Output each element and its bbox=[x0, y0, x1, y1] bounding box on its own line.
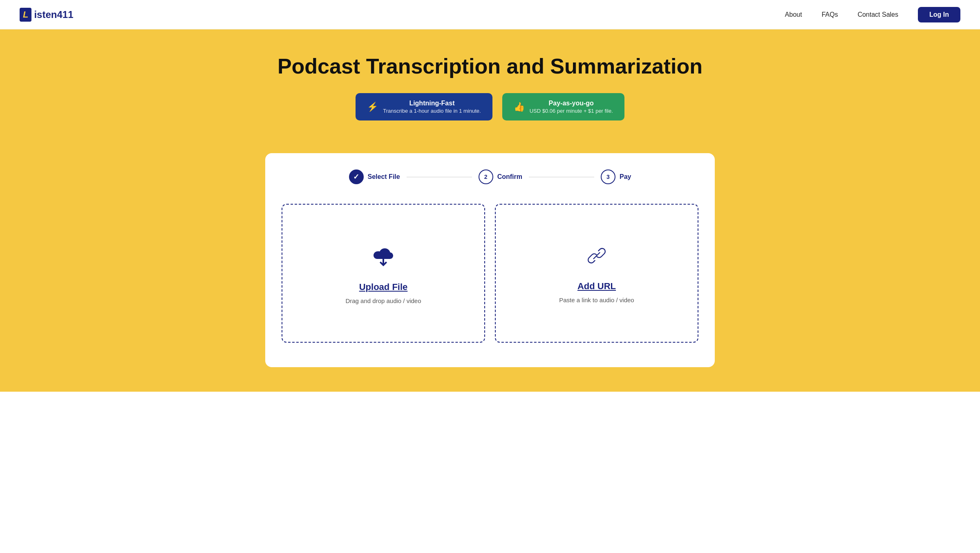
lightning-icon: ⚡ bbox=[367, 102, 378, 112]
step-label-pay: Pay bbox=[620, 173, 631, 181]
step-label-select-file: Select File bbox=[368, 173, 400, 181]
add-url-title: Add URL bbox=[577, 281, 616, 292]
step-line-2 bbox=[529, 177, 594, 177]
step-pay: 3 Pay bbox=[601, 169, 631, 184]
step-line-1 bbox=[407, 177, 472, 177]
badge-lightning-title: Lightning-Fast bbox=[383, 100, 481, 107]
main-card: ✓ Select File 2 Confirm 3 Pay bbox=[265, 153, 715, 367]
stepper: ✓ Select File 2 Confirm 3 Pay bbox=[282, 169, 698, 184]
navbar: L isten411 About FAQs Contact Sales Log … bbox=[0, 0, 980, 29]
upload-areas: Upload File Drag and drop audio / video … bbox=[282, 204, 698, 343]
step-circle-3: 3 bbox=[601, 169, 615, 184]
upload-file-area[interactable]: Upload File Drag and drop audio / video bbox=[282, 204, 485, 343]
main-content: ✓ Select File 2 Confirm 3 Pay bbox=[0, 153, 980, 392]
upload-cloud-icon bbox=[370, 243, 396, 274]
nav-link-faqs[interactable]: FAQs bbox=[821, 11, 838, 18]
badge-pay-subtitle: USD $0.06 per minute + $1 per file. bbox=[530, 108, 613, 114]
feature-badges: ⚡ Lightning-Fast Transcribe a 1-hour aud… bbox=[20, 93, 960, 120]
badge-pay-as-you-go: 👍 Pay-as-you-go USD $0.06 per minute + $… bbox=[502, 93, 624, 120]
step-label-confirm: Confirm bbox=[497, 173, 522, 181]
logo-icon: L bbox=[20, 8, 31, 22]
logo[interactable]: L isten411 bbox=[20, 8, 74, 22]
step-circle-2: 2 bbox=[479, 169, 493, 184]
add-url-subtitle: Paste a link to audio / video bbox=[559, 297, 634, 303]
badge-lightning-subtitle: Transcribe a 1-hour audio file in 1 minu… bbox=[383, 108, 481, 114]
step-confirm: 2 Confirm bbox=[479, 169, 522, 184]
logo-text: isten411 bbox=[34, 9, 73, 20]
hero-section: Podcast Transcription and Summarization … bbox=[0, 29, 980, 153]
link-icon bbox=[584, 243, 609, 273]
badge-lightning-fast: ⚡ Lightning-Fast Transcribe a 1-hour aud… bbox=[356, 93, 492, 120]
step-select-file: ✓ Select File bbox=[349, 169, 400, 184]
step-circle-1: ✓ bbox=[349, 169, 364, 184]
nav-links: About FAQs Contact Sales Log In bbox=[785, 7, 960, 22]
upload-file-title: Upload File bbox=[359, 282, 408, 292]
thumbs-up-icon: 👍 bbox=[514, 102, 525, 112]
add-url-area[interactable]: Add URL Paste a link to audio / video bbox=[495, 204, 698, 343]
nav-link-contact-sales[interactable]: Contact Sales bbox=[857, 11, 898, 18]
hero-title: Podcast Transcription and Summarization bbox=[20, 54, 960, 78]
upload-file-subtitle: Drag and drop audio / video bbox=[345, 297, 421, 304]
login-button[interactable]: Log In bbox=[918, 7, 960, 22]
badge-pay-content: Pay-as-you-go USD $0.06 per minute + $1 … bbox=[530, 100, 613, 114]
badge-pay-title: Pay-as-you-go bbox=[530, 100, 613, 107]
badge-lightning-content: Lightning-Fast Transcribe a 1-hour audio… bbox=[383, 100, 481, 114]
nav-link-about[interactable]: About bbox=[785, 11, 802, 18]
